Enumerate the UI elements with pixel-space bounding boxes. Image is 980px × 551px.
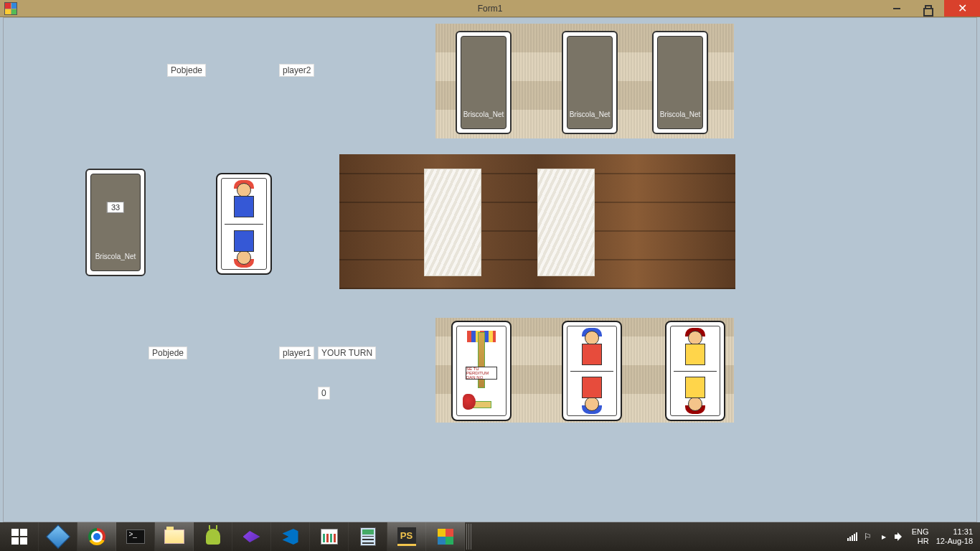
turn-indicator: YOUR TURN <box>318 347 376 359</box>
player-card-3[interactable] <box>665 321 725 421</box>
player2-name-label: player2 <box>279 64 314 77</box>
taskbar-app-vscode[interactable] <box>271 522 310 551</box>
clock-date: 12-Aug-18 <box>936 537 973 546</box>
maximize-button[interactable] <box>913 0 944 17</box>
player1-score: 0 <box>318 387 330 400</box>
app-icon <box>4 2 17 15</box>
volume-icon[interactable] <box>895 532 905 541</box>
deck-remaining-count: 33 <box>107 202 124 213</box>
cardback-text: Briscola_Net <box>570 110 611 118</box>
opponent-card-1: Briscola_Net <box>456 31 512 134</box>
taskbar-app-chrome[interactable] <box>77 522 116 551</box>
clock-time: 11:31 <box>936 527 973 537</box>
system-tray: ⚐ ▸ ENG HR 11:31 12-Aug-18 <box>847 527 980 545</box>
deck-pile[interactable]: 33 Briscola_Net <box>85 169 146 276</box>
taskbar: PS ⚐ ▸ ENG HR 11:31 12-Aug-18 <box>0 522 980 551</box>
game-client-area: Pobjede player2 Briscola_Net Briscola_Ne… <box>3 17 977 522</box>
window-titlebar: Form1 ✕ <box>0 0 980 17</box>
player1-wins-label: Pobjede <box>149 347 187 359</box>
flag-icon[interactable]: ⚐ <box>863 532 873 542</box>
player-card-2[interactable] <box>562 321 622 421</box>
play-slot-1 <box>424 169 481 276</box>
player-card-1[interactable]: SE TU PERDITUM DAN NO <box>451 321 512 421</box>
taskbar-app-explorer[interactable] <box>155 522 194 551</box>
action-center-icon[interactable]: ▸ <box>879 532 889 542</box>
taskbar-app-perfmon[interactable] <box>310 522 349 551</box>
clock[interactable]: 11:31 12-Aug-18 <box>936 527 973 545</box>
taskbar-app-form1[interactable] <box>426 522 465 551</box>
trump-card <box>216 173 272 275</box>
cardback-text: Briscola_Net <box>95 253 136 260</box>
lang-line2: HR <box>912 537 929 546</box>
cardback-text: Briscola_Net <box>660 110 701 118</box>
window-title: Form1 <box>0 4 980 14</box>
player2-wins-label: Pobjede <box>167 64 206 77</box>
play-slot-2 <box>537 169 595 276</box>
taskbar-app-androidstudio[interactable] <box>194 522 232 551</box>
window-controls: ✕ <box>881 0 980 17</box>
taskbar-app-calculator[interactable] <box>349 522 387 551</box>
network-icon[interactable] <box>847 532 857 541</box>
taskbar-separator <box>466 524 472 550</box>
cardback-text: Briscola_Net <box>463 110 504 118</box>
taskbar-app-cmd[interactable] <box>116 522 155 551</box>
taskbar-app-visualstudio[interactable] <box>232 522 271 551</box>
opponent-card-2: Briscola_Net <box>562 31 618 134</box>
language-indicator[interactable]: ENG HR <box>912 527 929 545</box>
taskbar-app-phpstorm[interactable]: PS <box>387 522 426 551</box>
minimize-button[interactable] <box>881 0 913 17</box>
player1-name-label: player1 <box>279 347 314 359</box>
taskbar-app-virtualbox[interactable] <box>39 522 77 551</box>
lang-line1: ENG <box>912 527 929 537</box>
close-button[interactable]: ✕ <box>944 0 980 17</box>
card-banner-text: SE TU PERDITUM DAN NO <box>466 367 497 380</box>
opponent-card-3: Briscola_Net <box>652 31 708 134</box>
start-button[interactable] <box>0 522 39 551</box>
